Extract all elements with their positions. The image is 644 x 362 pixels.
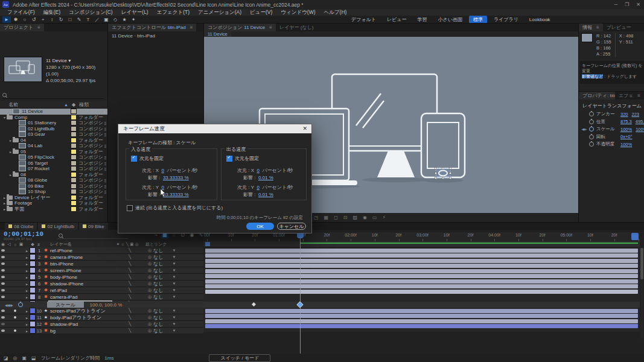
layer-quality-switch[interactable]: ╲ [112, 328, 148, 333]
label-color-chip[interactable] [71, 195, 77, 200]
layer-expand-chevron[interactable]: ▸ [24, 288, 30, 293]
menu-item[interactable]: ビュー(V) [246, 9, 276, 16]
pick-whip-icon[interactable]: ◎ [148, 315, 151, 320]
layer-row[interactable]: ▸ 12 ✱ shadow-iPad ╲ ◎ なし ▼ [0, 321, 203, 328]
label-color-chip[interactable] [71, 143, 77, 148]
tool-button[interactable]: ↺ [30, 16, 38, 23]
column-layer-name[interactable]: レイヤー名 [42, 241, 110, 247]
layer-name[interactable]: btn-iPhone [49, 261, 112, 267]
stopwatch-icon[interactable] [589, 112, 594, 116]
mask-visibility-icon[interactable]: ◻ [334, 215, 338, 220]
scale-property-value[interactable]: 100.0, 100.0 % [90, 302, 123, 308]
pick-whip-icon[interactable]: ◎ [148, 261, 151, 266]
layer-parent-cell[interactable]: ◎ なし ▼ [148, 308, 176, 314]
switches-modes-button[interactable]: スイッチ / モード [209, 354, 270, 362]
layer-quality-switch[interactable]: ╲ [112, 268, 148, 273]
transform-property-row[interactable]: ◀◆▶ スケール 100% 100% [579, 125, 644, 133]
layer-name[interactable]: shadow-iPad [49, 322, 112, 327]
layer-name[interactable]: camera-iPad [49, 294, 112, 300]
layer-visibility-toggle[interactable] [0, 276, 6, 278]
property-value-2[interactable]: 100% [636, 127, 644, 132]
layer-quality-switch[interactable]: ╲ [112, 275, 148, 279]
expand-chevron-icon[interactable]: ▾ [2, 115, 7, 119]
menu-item[interactable]: レイヤー(L) [117, 9, 153, 16]
menu-item[interactable]: ヘルプ(H) [320, 9, 351, 16]
tool-button[interactable]: ★ [120, 16, 129, 23]
layer-duration-bar[interactable] [205, 264, 638, 268]
audio-column-icon[interactable]: ◁ [6, 242, 12, 247]
resolution-dropdown[interactable]: ▭ [372, 215, 377, 220]
minimize-button[interactable]: ─ [614, 2, 617, 7]
label-column-icon[interactable]: ◆ [30, 242, 36, 247]
layer-parent-cell[interactable]: ◎ なし ▼ [148, 274, 176, 281]
layer-color-chip[interactable] [30, 328, 36, 334]
lock-column-icon[interactable]: ▣ [18, 242, 24, 247]
layer-duration-bar[interactable] [205, 309, 638, 313]
parent-value[interactable]: なし [153, 287, 163, 294]
maximize-button[interactable]: ❐ [625, 2, 629, 7]
layer-parent-cell[interactable]: ◎ なし ▼ [148, 321, 176, 328]
layer-quality-switch[interactable]: ╲ [112, 315, 148, 320]
transform-property-row[interactable]: ◀◆▶ 回転 0x+0° [579, 133, 644, 141]
label-color-chip[interactable] [71, 189, 77, 194]
column-name[interactable]: 名前 [0, 101, 64, 108]
property-value-2[interactable]: 495.2 [636, 119, 644, 124]
solo-column-icon[interactable]: ○ [12, 243, 18, 247]
property-value-1[interactable]: 100% [620, 127, 632, 132]
layer-row[interactable]: ▸ 6 ✱ shadow-iPhone ╲ ◎ なし ▼ [0, 281, 203, 287]
parent-value[interactable]: なし [153, 261, 163, 267]
parent-value[interactable]: なし [153, 294, 163, 300]
tool-button[interactable]: ▣ [102, 16, 110, 23]
lock-dimensions-checkbox[interactable] [131, 156, 137, 162]
blur-footer-icon[interactable]: ⬓ [31, 355, 36, 361]
dialog-close-icon[interactable]: ✕ [302, 125, 307, 132]
keyframe-navigator[interactable]: ◀◆▶ [0, 303, 18, 307]
layer-name[interactable]: ref-iPad [49, 288, 112, 293]
layer-color-chip[interactable] [30, 321, 36, 327]
layer-expand-chevron[interactable]: ▸ [24, 295, 30, 299]
tool-button[interactable]: ／ [93, 16, 101, 23]
label-color-chip[interactable] [71, 177, 77, 183]
menu-item[interactable]: ファイル(F) [3, 9, 39, 16]
layer-duration-bar[interactable] [205, 259, 638, 263]
work-area-start-handle[interactable] [205, 242, 210, 246]
label-color-chip[interactable] [71, 115, 77, 120]
property-value-1[interactable]: 320 [620, 112, 628, 117]
expand-chevron-icon[interactable]: ▸ [2, 207, 7, 211]
layer-duration-bar[interactable] [205, 319, 638, 323]
layer-visibility-toggle[interactable] [0, 296, 6, 298]
workspace-tab[interactable]: レビュー [383, 16, 411, 24]
ok-button[interactable]: OK [246, 223, 274, 230]
tab-effect-controls[interactable]: エフェクトコントロール btn-iPad ≡ [108, 24, 196, 31]
layer-name[interactable]: body-iPhone [49, 275, 112, 280]
tool-button[interactable]: ↻ [57, 16, 65, 23]
tool-button[interactable]: ► [2, 16, 11, 23]
keyframe-navigator[interactable]: ◀◆▶ [581, 127, 589, 131]
property-value-1[interactable]: 0x+0° [620, 134, 632, 139]
layer-visibility-toggle[interactable] [0, 282, 6, 285]
panel-menu-icon[interactable]: ≡ [269, 25, 272, 30]
parent-value[interactable]: なし [153, 281, 163, 287]
pick-whip-icon[interactable]: ◎ [148, 322, 151, 326]
layer-visibility-toggle[interactable] [0, 249, 6, 252]
camera-dropdown[interactable]: ◉ [363, 215, 367, 220]
time-ruler[interactable]: 00f10f20f01:00f10f20f02:00f10f20f03:00f1… [203, 232, 640, 242]
layer-parent-cell[interactable]: ◎ なし ▼ [148, 254, 176, 261]
layer-color-chip[interactable] [30, 254, 36, 260]
keyframe-icon[interactable] [252, 302, 256, 306]
layer-quality-switch[interactable]: ╲ [112, 308, 148, 313]
pick-whip-icon[interactable]: ◎ [148, 255, 151, 259]
workspace-tab[interactable]: 標準 [469, 16, 487, 24]
tool-button[interactable]: ◇ [111, 16, 120, 23]
tool-button[interactable]: □ [66, 16, 74, 23]
layer-expand-chevron[interactable]: ▸ [24, 262, 30, 266]
parent-value[interactable]: なし [153, 328, 163, 334]
layer-visibility-toggle[interactable] [0, 329, 6, 332]
menu-item[interactable]: コンポジション(C) [65, 9, 117, 16]
tool-button[interactable]: ↕ [48, 16, 56, 23]
expand-chevron-icon[interactable]: ▸ [2, 201, 7, 205]
layer-color-chip[interactable] [30, 267, 36, 273]
property-value-1[interactable]: 875.3 [620, 119, 632, 124]
layer-duration-bar[interactable] [205, 324, 638, 328]
panel-menu-icon[interactable]: ≡ [637, 93, 640, 98]
